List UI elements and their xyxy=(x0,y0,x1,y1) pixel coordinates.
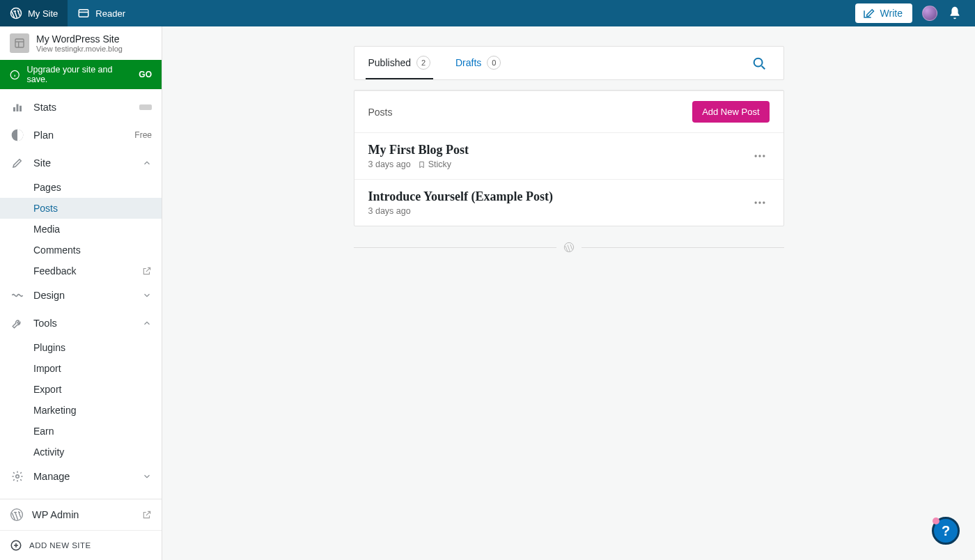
svg-rect-9 xyxy=(13,107,15,111)
sidebar-item-comments[interactable]: Comments xyxy=(0,240,162,260)
add-new-site-button[interactable]: ADD NEW SITE xyxy=(0,530,162,560)
more-icon xyxy=(753,149,767,163)
tab-published[interactable]: Published 2 xyxy=(366,47,434,79)
post-more-button[interactable] xyxy=(750,193,770,212)
tab-drafts[interactable]: Drafts 0 xyxy=(453,47,504,79)
svg-rect-11 xyxy=(20,106,22,111)
plan-badge: Free xyxy=(134,130,152,140)
sidebar-item-pages[interactable]: Pages xyxy=(0,177,162,198)
upgrade-go: GO xyxy=(139,70,152,79)
notifications-icon[interactable] xyxy=(947,6,962,21)
post-row[interactable]: Introduce Yourself (Example Post) 3 days… xyxy=(354,179,783,226)
sidebar-item-plan[interactable]: Plan Free xyxy=(0,121,162,149)
stats-icon xyxy=(10,100,25,115)
svg-point-21 xyxy=(758,155,760,157)
sidebar-label: Stats xyxy=(33,102,56,113)
upgrade-banner[interactable]: Upgrade your site and save. GO xyxy=(0,60,162,89)
sidebar-item-export[interactable]: Export xyxy=(0,379,162,400)
wordpress-icon xyxy=(10,7,22,20)
compose-icon xyxy=(862,7,875,20)
write-label: Write xyxy=(880,8,903,19)
sidebar-item-feedback[interactable]: Feedback xyxy=(0,260,162,281)
help-button[interactable]: ? xyxy=(932,517,960,545)
post-date: 3 days ago xyxy=(368,206,411,216)
sidebar-item-media[interactable]: Media xyxy=(0,219,162,240)
sidebar-item-site[interactable]: Site xyxy=(0,149,162,177)
chevron-down-icon xyxy=(142,290,152,300)
svg-rect-3 xyxy=(15,39,24,47)
site-title: My WordPress Site xyxy=(36,33,123,45)
help-label: ? xyxy=(942,523,950,539)
external-link-icon xyxy=(142,510,152,520)
sidebar-label: Plan xyxy=(33,130,54,141)
main-content: Published 2 Drafts 0 Posts Add New Post xyxy=(162,26,975,560)
sidebar-item-posts[interactable]: Posts xyxy=(0,198,162,219)
reader-icon xyxy=(77,7,90,20)
avatar[interactable] xyxy=(922,6,937,21)
add-new-post-button[interactable]: Add New Post xyxy=(692,101,769,123)
wordpress-icon xyxy=(563,242,575,253)
end-divider xyxy=(354,242,784,253)
nav-my-site-label: My Site xyxy=(28,8,58,19)
svg-point-24 xyxy=(758,201,760,203)
wrench-icon xyxy=(10,316,25,331)
design-icon xyxy=(10,288,25,303)
plus-circle-icon xyxy=(10,539,22,552)
svg-point-23 xyxy=(754,201,756,203)
sidebar-item-tools[interactable]: Tools xyxy=(0,309,162,337)
nav-my-site[interactable]: My Site xyxy=(0,0,68,26)
more-icon xyxy=(753,196,767,210)
sidebar-item-plugins[interactable]: Plugins xyxy=(0,337,162,358)
svg-line-19 xyxy=(761,65,765,69)
write-button[interactable]: Write xyxy=(855,3,912,23)
sidebar-label: WP Admin xyxy=(32,509,79,520)
svg-point-13 xyxy=(16,475,20,479)
posts-heading: Posts xyxy=(368,107,393,118)
post-date: 3 days ago xyxy=(368,160,411,169)
sidebar-item-manage[interactable]: Manage xyxy=(0,462,162,490)
tab-label: Drafts xyxy=(455,57,481,68)
upgrade-text: Upgrade your site and save. xyxy=(26,65,132,84)
tab-count: 2 xyxy=(416,56,430,70)
sidebar-label: Site xyxy=(33,157,51,169)
sidebar-item-design[interactable]: Design xyxy=(0,281,162,309)
search-button[interactable] xyxy=(746,50,772,77)
post-title: My First Blog Post xyxy=(368,143,469,157)
add-site-label: ADD NEW SITE xyxy=(29,541,91,550)
plan-icon xyxy=(10,127,25,143)
post-title: Introduce Yourself (Example Post) xyxy=(368,189,553,204)
sidebar-label: Manage xyxy=(33,471,70,482)
sidebar: My WordPress Site View testingkr.movie.b… xyxy=(0,26,162,560)
sidebar-item-activity[interactable]: Activity xyxy=(0,442,162,462)
chevron-up-icon xyxy=(142,318,152,328)
sidebar-item-wpadmin[interactable]: WP Admin xyxy=(0,499,162,530)
svg-point-25 xyxy=(763,201,765,203)
gear-icon xyxy=(10,469,25,484)
posts-list-panel: Posts Add New Post My First Blog Post 3 … xyxy=(354,90,784,226)
chevron-down-icon xyxy=(142,472,152,481)
sidebar-label: Tools xyxy=(33,318,57,329)
site-card[interactable]: My WordPress Site View testingkr.movie.b… xyxy=(0,26,162,60)
svg-rect-10 xyxy=(17,104,19,112)
notification-dot xyxy=(933,518,939,524)
tab-label: Published xyxy=(368,57,412,68)
sidebar-item-stats[interactable]: Stats xyxy=(0,93,162,121)
sidebar-item-import[interactable]: Import xyxy=(0,358,162,379)
pencil-icon xyxy=(10,155,25,171)
post-more-button[interactable] xyxy=(750,146,770,166)
info-icon xyxy=(10,70,20,80)
sidebar-label: Design xyxy=(33,290,65,301)
wordpress-icon xyxy=(10,508,24,522)
svg-point-22 xyxy=(763,155,765,157)
site-url: View testingkr.movie.blog xyxy=(36,45,123,53)
external-link-icon xyxy=(142,266,152,276)
sidebar-item-marketing[interactable]: Marketing xyxy=(0,400,162,421)
nav-reader[interactable]: Reader xyxy=(68,0,135,26)
svg-rect-1 xyxy=(79,10,89,17)
post-row[interactable]: My First Blog Post 3 days ago Sticky xyxy=(354,132,783,179)
sidebar-item-earn[interactable]: Earn xyxy=(0,421,162,442)
post-sticky: Sticky xyxy=(428,160,451,169)
svg-point-20 xyxy=(754,155,756,157)
nav-reader-label: Reader xyxy=(95,8,125,19)
stats-sparkline xyxy=(139,104,152,110)
